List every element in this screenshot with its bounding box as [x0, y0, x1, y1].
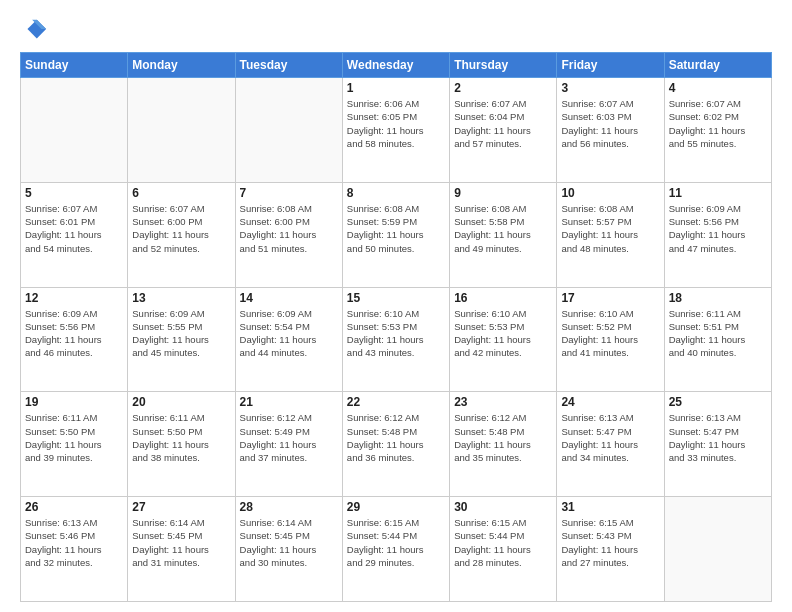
day-detail: Sunrise: 6:09 AM Sunset: 5:56 PM Dayligh…	[25, 307, 123, 360]
day-number: 4	[669, 81, 767, 95]
calendar-cell: 21Sunrise: 6:12 AM Sunset: 5:49 PM Dayli…	[235, 392, 342, 497]
calendar-cell: 6Sunrise: 6:07 AM Sunset: 6:00 PM Daylig…	[128, 182, 235, 287]
day-number: 7	[240, 186, 338, 200]
day-detail: Sunrise: 6:15 AM Sunset: 5:44 PM Dayligh…	[347, 516, 445, 569]
day-detail: Sunrise: 6:07 AM Sunset: 6:03 PM Dayligh…	[561, 97, 659, 150]
day-detail: Sunrise: 6:13 AM Sunset: 5:47 PM Dayligh…	[561, 411, 659, 464]
calendar-cell: 18Sunrise: 6:11 AM Sunset: 5:51 PM Dayli…	[664, 287, 771, 392]
day-number: 3	[561, 81, 659, 95]
calendar-cell: 15Sunrise: 6:10 AM Sunset: 5:53 PM Dayli…	[342, 287, 449, 392]
calendar-cell: 22Sunrise: 6:12 AM Sunset: 5:48 PM Dayli…	[342, 392, 449, 497]
calendar-week-1: 1Sunrise: 6:06 AM Sunset: 6:05 PM Daylig…	[21, 78, 772, 183]
calendar-cell	[235, 78, 342, 183]
day-number: 21	[240, 395, 338, 409]
calendar-cell	[21, 78, 128, 183]
calendar-cell: 28Sunrise: 6:14 AM Sunset: 5:45 PM Dayli…	[235, 497, 342, 602]
calendar-cell: 29Sunrise: 6:15 AM Sunset: 5:44 PM Dayli…	[342, 497, 449, 602]
day-number: 17	[561, 291, 659, 305]
day-number: 6	[132, 186, 230, 200]
calendar-week-2: 5Sunrise: 6:07 AM Sunset: 6:01 PM Daylig…	[21, 182, 772, 287]
day-detail: Sunrise: 6:15 AM Sunset: 5:43 PM Dayligh…	[561, 516, 659, 569]
calendar-cell: 13Sunrise: 6:09 AM Sunset: 5:55 PM Dayli…	[128, 287, 235, 392]
weekday-header-friday: Friday	[557, 53, 664, 78]
day-detail: Sunrise: 6:08 AM Sunset: 5:59 PM Dayligh…	[347, 202, 445, 255]
day-detail: Sunrise: 6:08 AM Sunset: 5:57 PM Dayligh…	[561, 202, 659, 255]
day-number: 14	[240, 291, 338, 305]
day-number: 5	[25, 186, 123, 200]
day-number: 23	[454, 395, 552, 409]
day-detail: Sunrise: 6:07 AM Sunset: 6:02 PM Dayligh…	[669, 97, 767, 150]
calendar-cell: 10Sunrise: 6:08 AM Sunset: 5:57 PM Dayli…	[557, 182, 664, 287]
calendar-cell: 26Sunrise: 6:13 AM Sunset: 5:46 PM Dayli…	[21, 497, 128, 602]
weekday-header-row: SundayMondayTuesdayWednesdayThursdayFrid…	[21, 53, 772, 78]
calendar-week-4: 19Sunrise: 6:11 AM Sunset: 5:50 PM Dayli…	[21, 392, 772, 497]
day-detail: Sunrise: 6:08 AM Sunset: 6:00 PM Dayligh…	[240, 202, 338, 255]
day-number: 20	[132, 395, 230, 409]
calendar-cell: 19Sunrise: 6:11 AM Sunset: 5:50 PM Dayli…	[21, 392, 128, 497]
day-number: 25	[669, 395, 767, 409]
day-detail: Sunrise: 6:09 AM Sunset: 5:56 PM Dayligh…	[669, 202, 767, 255]
calendar-cell: 1Sunrise: 6:06 AM Sunset: 6:05 PM Daylig…	[342, 78, 449, 183]
day-detail: Sunrise: 6:13 AM Sunset: 5:46 PM Dayligh…	[25, 516, 123, 569]
day-number: 29	[347, 500, 445, 514]
day-detail: Sunrise: 6:13 AM Sunset: 5:47 PM Dayligh…	[669, 411, 767, 464]
calendar-week-3: 12Sunrise: 6:09 AM Sunset: 5:56 PM Dayli…	[21, 287, 772, 392]
calendar-cell: 14Sunrise: 6:09 AM Sunset: 5:54 PM Dayli…	[235, 287, 342, 392]
day-detail: Sunrise: 6:12 AM Sunset: 5:49 PM Dayligh…	[240, 411, 338, 464]
day-number: 28	[240, 500, 338, 514]
day-number: 31	[561, 500, 659, 514]
day-number: 24	[561, 395, 659, 409]
calendar-cell: 2Sunrise: 6:07 AM Sunset: 6:04 PM Daylig…	[450, 78, 557, 183]
day-number: 12	[25, 291, 123, 305]
day-detail: Sunrise: 6:10 AM Sunset: 5:52 PM Dayligh…	[561, 307, 659, 360]
calendar-cell: 31Sunrise: 6:15 AM Sunset: 5:43 PM Dayli…	[557, 497, 664, 602]
day-detail: Sunrise: 6:14 AM Sunset: 5:45 PM Dayligh…	[240, 516, 338, 569]
weekday-header-saturday: Saturday	[664, 53, 771, 78]
day-detail: Sunrise: 6:11 AM Sunset: 5:50 PM Dayligh…	[25, 411, 123, 464]
calendar-cell: 24Sunrise: 6:13 AM Sunset: 5:47 PM Dayli…	[557, 392, 664, 497]
page: SundayMondayTuesdayWednesdayThursdayFrid…	[0, 0, 792, 612]
day-number: 22	[347, 395, 445, 409]
day-detail: Sunrise: 6:09 AM Sunset: 5:55 PM Dayligh…	[132, 307, 230, 360]
calendar-cell: 12Sunrise: 6:09 AM Sunset: 5:56 PM Dayli…	[21, 287, 128, 392]
calendar-cell: 3Sunrise: 6:07 AM Sunset: 6:03 PM Daylig…	[557, 78, 664, 183]
calendar-cell: 23Sunrise: 6:12 AM Sunset: 5:48 PM Dayli…	[450, 392, 557, 497]
day-number: 27	[132, 500, 230, 514]
day-number: 10	[561, 186, 659, 200]
header	[20, 16, 772, 44]
day-detail: Sunrise: 6:10 AM Sunset: 5:53 PM Dayligh…	[454, 307, 552, 360]
day-number: 11	[669, 186, 767, 200]
calendar-cell: 20Sunrise: 6:11 AM Sunset: 5:50 PM Dayli…	[128, 392, 235, 497]
day-detail: Sunrise: 6:09 AM Sunset: 5:54 PM Dayligh…	[240, 307, 338, 360]
calendar-cell: 11Sunrise: 6:09 AM Sunset: 5:56 PM Dayli…	[664, 182, 771, 287]
day-number: 16	[454, 291, 552, 305]
calendar-cell	[664, 497, 771, 602]
calendar-cell: 17Sunrise: 6:10 AM Sunset: 5:52 PM Dayli…	[557, 287, 664, 392]
calendar-cell: 16Sunrise: 6:10 AM Sunset: 5:53 PM Dayli…	[450, 287, 557, 392]
day-detail: Sunrise: 6:07 AM Sunset: 6:04 PM Dayligh…	[454, 97, 552, 150]
day-detail: Sunrise: 6:12 AM Sunset: 5:48 PM Dayligh…	[347, 411, 445, 464]
calendar-cell	[128, 78, 235, 183]
day-detail: Sunrise: 6:10 AM Sunset: 5:53 PM Dayligh…	[347, 307, 445, 360]
calendar-cell: 4Sunrise: 6:07 AM Sunset: 6:02 PM Daylig…	[664, 78, 771, 183]
logo-icon	[20, 16, 48, 44]
calendar-week-5: 26Sunrise: 6:13 AM Sunset: 5:46 PM Dayli…	[21, 497, 772, 602]
day-number: 2	[454, 81, 552, 95]
weekday-header-thursday: Thursday	[450, 53, 557, 78]
day-detail: Sunrise: 6:07 AM Sunset: 6:01 PM Dayligh…	[25, 202, 123, 255]
day-detail: Sunrise: 6:11 AM Sunset: 5:51 PM Dayligh…	[669, 307, 767, 360]
day-number: 19	[25, 395, 123, 409]
day-detail: Sunrise: 6:15 AM Sunset: 5:44 PM Dayligh…	[454, 516, 552, 569]
day-number: 30	[454, 500, 552, 514]
day-detail: Sunrise: 6:07 AM Sunset: 6:00 PM Dayligh…	[132, 202, 230, 255]
calendar-cell: 8Sunrise: 6:08 AM Sunset: 5:59 PM Daylig…	[342, 182, 449, 287]
day-number: 9	[454, 186, 552, 200]
calendar-cell: 30Sunrise: 6:15 AM Sunset: 5:44 PM Dayli…	[450, 497, 557, 602]
day-number: 8	[347, 186, 445, 200]
day-number: 13	[132, 291, 230, 305]
calendar-cell: 7Sunrise: 6:08 AM Sunset: 6:00 PM Daylig…	[235, 182, 342, 287]
day-detail: Sunrise: 6:11 AM Sunset: 5:50 PM Dayligh…	[132, 411, 230, 464]
logo	[20, 16, 52, 44]
day-detail: Sunrise: 6:08 AM Sunset: 5:58 PM Dayligh…	[454, 202, 552, 255]
calendar-cell: 9Sunrise: 6:08 AM Sunset: 5:58 PM Daylig…	[450, 182, 557, 287]
